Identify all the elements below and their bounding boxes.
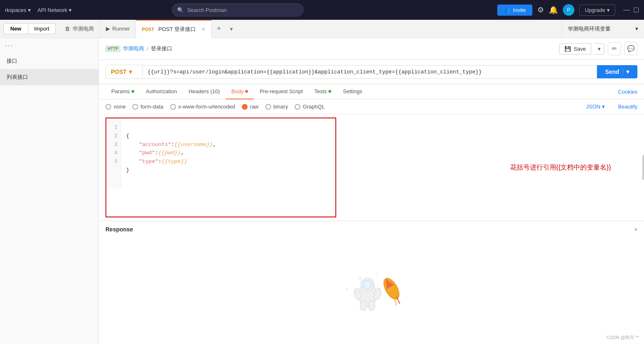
raw-radio[interactable] bbox=[242, 104, 248, 110]
editor-container: 1 2 3 4 5 { "accounts":{{username}}, "pw… bbox=[99, 114, 644, 221]
tab-headers[interactable]: Headers (10) bbox=[183, 84, 226, 99]
send-button[interactable]: Send ▾ bbox=[597, 65, 637, 78]
search-bar[interactable]: 🔍 Search Postman bbox=[172, 3, 304, 16]
topbar: rkspaces ▾ API Network ▾ 🔍 Search Postma… bbox=[0, 0, 644, 20]
tab-body[interactable]: Body bbox=[226, 84, 254, 99]
main-layout: ··· 接口 列表接口 HTTP 华测电商 / 登录接口 💾 Save ▾ ✏ bbox=[0, 38, 644, 344]
body-type-raw[interactable]: raw bbox=[242, 104, 259, 110]
code-var-username: {{username}} bbox=[174, 141, 213, 148]
avatar[interactable]: P bbox=[563, 4, 574, 16]
method-badge: POST bbox=[142, 27, 154, 32]
breadcrumb: HTTP 华测电商 / 登录接口 💾 Save ▾ ✏ 💬 bbox=[99, 38, 644, 60]
code-line-1: { bbox=[126, 133, 129, 139]
method-selector[interactable]: POST ▾ bbox=[105, 65, 143, 79]
graphql-radio[interactable] bbox=[295, 104, 300, 110]
api-network-nav[interactable]: API Network ▾ bbox=[37, 7, 72, 13]
urlencoded-radio[interactable] bbox=[170, 104, 176, 110]
topbar-right: 👥 Invite ⚙ 🔔 P Upgrade ▾ — ☐ bbox=[497, 4, 639, 16]
content-area: HTTP 华测电商 / 登录接口 💾 Save ▾ ✏ 💬 POS bbox=[99, 38, 644, 344]
method-chevron-icon: ▾ bbox=[129, 68, 132, 75]
env-chevron-icon: ▾ bbox=[635, 26, 638, 32]
breadcrumb-separator: / bbox=[147, 46, 148, 52]
scrollbar[interactable] bbox=[642, 155, 644, 180]
annotation-text: 花括号进行引用{{文档中的变量名}} bbox=[510, 163, 611, 172]
maximize-icon[interactable]: ☐ bbox=[633, 6, 639, 14]
comment-button[interactable]: 💬 bbox=[624, 42, 637, 55]
invite-button[interactable]: 👥 Invite bbox=[497, 5, 532, 16]
svg-point-9 bbox=[359, 277, 361, 280]
runner-tab[interactable]: ▶ Runner bbox=[100, 20, 136, 38]
tab-overflow-button[interactable]: ▾ bbox=[226, 26, 237, 32]
url-input[interactable] bbox=[143, 65, 597, 79]
tab-pre-request[interactable]: Pre-request Script bbox=[254, 84, 309, 99]
code-key-accounts: "accounts" bbox=[139, 141, 171, 148]
editor-area: 1 2 3 4 5 { "accounts":{{username}}, "pw… bbox=[99, 114, 644, 344]
runner-icon: ▶ bbox=[106, 26, 110, 32]
code-var-type: {{type}} bbox=[162, 158, 187, 165]
binary-radio[interactable] bbox=[265, 104, 271, 110]
bell-icon[interactable]: 🔔 bbox=[549, 5, 558, 14]
code-key-pwd: "pwd" bbox=[139, 150, 155, 156]
save-icon: 💾 bbox=[564, 46, 571, 52]
body-types: none form-data x-www-form-urlencoded raw… bbox=[99, 99, 644, 114]
collection-icon: 🗑 bbox=[65, 26, 70, 32]
collection-tab[interactable]: 🗑 华测电商 bbox=[59, 20, 100, 38]
tab-params[interactable]: Params bbox=[105, 84, 140, 99]
tab-settings[interactable]: Settings bbox=[337, 84, 368, 99]
new-button[interactable]: New bbox=[3, 23, 28, 34]
none-radio[interactable] bbox=[105, 104, 111, 110]
minimize-icon[interactable]: — bbox=[623, 6, 630, 14]
json-format-selector[interactable]: JSON ▾ bbox=[586, 104, 605, 110]
watermark: CSDN @简丹 ** bbox=[607, 335, 639, 341]
import-button[interactable]: Import bbox=[28, 23, 56, 34]
tab-authorization[interactable]: Authorization bbox=[140, 84, 183, 99]
editor-inner: 1 2 3 4 5 { "accounts":{{username}}, "pw… bbox=[106, 118, 335, 188]
edit-button[interactable]: ✏ bbox=[608, 42, 621, 55]
body-type-form-data[interactable]: form-data bbox=[132, 104, 164, 110]
breadcrumb-current: 登录接口 bbox=[151, 45, 172, 52]
form-data-radio[interactable] bbox=[132, 104, 138, 110]
add-tab-button[interactable]: + bbox=[212, 24, 226, 33]
sidebar-item-1[interactable]: 列表接口 bbox=[0, 69, 98, 85]
rocket-illustration bbox=[330, 266, 413, 316]
close-tab-icon[interactable]: ✕ bbox=[201, 26, 206, 32]
sidebar-menu-button[interactable]: ··· bbox=[0, 38, 98, 53]
window-controls: — ☐ bbox=[623, 6, 639, 14]
upgrade-button[interactable]: Upgrade ▾ bbox=[579, 5, 615, 16]
breadcrumb-collection-link[interactable]: 华测电商 bbox=[123, 45, 144, 52]
send-dropdown-icon: ▾ bbox=[623, 68, 629, 75]
line-numbers: 1 2 3 4 5 bbox=[106, 118, 121, 188]
save-dropdown-button[interactable]: ▾ bbox=[595, 43, 604, 54]
code-editor[interactable]: 1 2 3 4 5 { "accounts":{{username}}, "pw… bbox=[105, 118, 336, 217]
breadcrumb-actions: 💾 Save ▾ ✏ 💬 bbox=[559, 42, 637, 55]
tab-tests[interactable]: Tests bbox=[309, 84, 337, 99]
body-type-urlencoded[interactable]: x-www-form-urlencoded bbox=[170, 104, 235, 110]
tab-label: POST 登录接口 bbox=[158, 26, 196, 33]
beautify-button[interactable]: Beautify bbox=[618, 104, 637, 110]
code-content[interactable]: { "accounts":{{username}}, "pwd":{{pwd}}… bbox=[121, 118, 221, 188]
sidebar: ··· 接口 列表接口 bbox=[0, 38, 99, 344]
code-var-pwd: {{pwd}} bbox=[158, 150, 181, 156]
response-section: Response ▾ bbox=[99, 221, 644, 238]
sidebar-item-0[interactable]: 接口 bbox=[0, 53, 98, 69]
body-type-none[interactable]: none bbox=[105, 104, 126, 110]
workspaces-nav[interactable]: rkspaces ▾ bbox=[5, 7, 31, 13]
body-type-graphql[interactable]: GraphQL bbox=[295, 104, 325, 110]
response-label: Response bbox=[105, 226, 133, 233]
response-chevron-icon[interactable]: ▾ bbox=[635, 226, 637, 233]
body-type-binary[interactable]: binary bbox=[265, 104, 288, 110]
svg-point-2 bbox=[363, 280, 372, 289]
svg-point-10 bbox=[376, 273, 377, 275]
env-selector[interactable]: 华测电商环境变量 ▾ bbox=[562, 20, 644, 38]
body-dot bbox=[245, 90, 248, 93]
comment-icon: 💬 bbox=[627, 45, 635, 52]
http-badge: HTTP bbox=[105, 46, 120, 52]
active-request-tab[interactable]: POST POST 登录接口 ✕ bbox=[136, 20, 212, 38]
tests-dot bbox=[328, 90, 331, 93]
json-chevron-icon: ▾ bbox=[602, 104, 605, 110]
save-button[interactable]: 💾 Save bbox=[559, 43, 591, 54]
topbar-nav: rkspaces ▾ API Network ▾ bbox=[5, 7, 72, 13]
tabbar: New Import 🗑 华测电商 ▶ Runner POST POST 登录接… bbox=[0, 20, 644, 38]
settings-icon[interactable]: ⚙ bbox=[537, 5, 544, 14]
cookies-link[interactable]: Cookies bbox=[618, 89, 637, 95]
